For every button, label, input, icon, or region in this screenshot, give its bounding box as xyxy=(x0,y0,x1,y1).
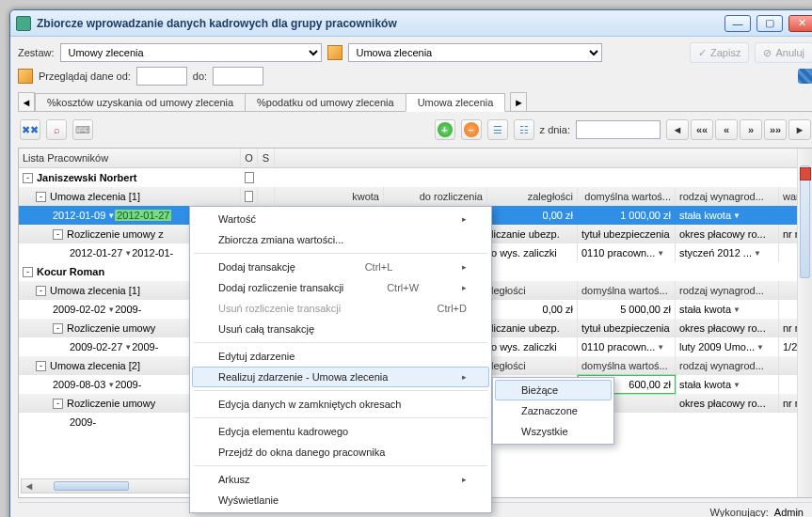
to-date-input[interactable] xyxy=(213,67,263,86)
edit-set-icon[interactable] xyxy=(327,45,342,60)
window-title: Zbiorcze wprowadzanie danych kadrowych d… xyxy=(37,17,719,30)
plus-icon: + xyxy=(438,122,453,137)
menu-zbiorcza[interactable]: Zbiorcza zmiana wartości... xyxy=(192,229,489,250)
menu-divider xyxy=(194,465,487,466)
tree-toggle[interactable]: - xyxy=(53,399,63,409)
context-menu: Wartość▸ Zbiorcza zmiana wartości... Dod… xyxy=(189,206,492,513)
pencil-icon[interactable] xyxy=(18,69,33,84)
cancel-button[interactable]: ⊘ Anuluj xyxy=(755,42,812,63)
close-icon: ✕ xyxy=(798,17,806,29)
tree-toggle[interactable]: - xyxy=(36,286,46,296)
app-window: Zbiorcze wprowadzanie danych kadrowych d… xyxy=(9,9,812,517)
contract-select[interactable]: Umowa zlecenia xyxy=(348,43,602,62)
minimize-icon: — xyxy=(733,18,743,29)
executor-label: Wykonujący: xyxy=(710,507,769,517)
col-tree[interactable]: Lista Pracowników xyxy=(19,149,241,167)
menu-divider xyxy=(194,390,487,391)
checkbox[interactable] xyxy=(245,172,254,183)
app-icon xyxy=(16,16,31,31)
vertical-scrollbar[interactable] xyxy=(797,149,812,497)
browse-from-label: Przeglądaj dane od: xyxy=(39,70,131,82)
save-button[interactable]: ✓ Zapisz xyxy=(690,42,749,63)
submenu-arrow-icon: ▸ xyxy=(462,475,467,484)
tab-podatku[interactable]: %podatku od umowy zlecenia xyxy=(245,93,406,111)
menu-arkusz[interactable]: Arkusz▸ xyxy=(192,469,489,490)
zoom-button[interactable]: ⌕ xyxy=(46,119,67,140)
dataset-bar: Zestaw: Umowy zlecenia Umowa zlecenia ✓ … xyxy=(18,42,812,63)
menu-wyswietlanie[interactable]: Wyświetlanie xyxy=(192,490,489,510)
grid-toolbar: ✖✖ ⌕ ⌨ + – ☰ ☷ z dnia: ◄ «« « » »» ► xyxy=(18,116,812,144)
menu-realizuj-zdarzenie[interactable]: Realizuj zdarzenie - Umowa zlecenia▸ xyxy=(192,367,489,387)
nav-last[interactable]: ► xyxy=(788,119,811,140)
tab-scroll-left[interactable]: ◄ xyxy=(18,92,35,111)
nav-next[interactable]: » xyxy=(740,119,762,140)
tab-umowa[interactable]: Umowa zlecenia xyxy=(406,93,506,112)
tree-toggle[interactable]: - xyxy=(53,229,63,240)
table-row[interactable]: -Janiszewski Norbert xyxy=(19,168,812,187)
nav-first[interactable]: ◄ xyxy=(666,119,689,140)
col-o[interactable]: O xyxy=(241,149,258,167)
menu-dodaj-transakcje[interactable]: Dodaj transakcjęCtrl+L▸ xyxy=(192,257,489,277)
submenu-arrow-icon: ▸ xyxy=(462,372,467,382)
scroll-thumb[interactable] xyxy=(54,481,129,491)
tools-button[interactable]: ✖✖ xyxy=(20,119,40,140)
menu-divider xyxy=(194,253,487,254)
left-icon: ◄ xyxy=(22,97,32,108)
tree-toggle[interactable]: - xyxy=(53,323,63,334)
tree-toggle[interactable]: - xyxy=(23,267,33,277)
menu-usun-cala[interactable]: Usuń całą transakcję xyxy=(192,319,489,339)
menu-edycja-zamkniete[interactable]: Edycja danych w zamkniętych okresach xyxy=(192,394,489,415)
grid-marker-icon xyxy=(800,167,811,180)
submenu-arrow-icon: ▸ xyxy=(462,283,467,292)
minimize-button[interactable]: — xyxy=(724,15,751,32)
refresh-icon[interactable] xyxy=(798,69,812,84)
date-nav-group: ◄ «« « » »» ► xyxy=(666,119,811,140)
cancel-label: Anuluj xyxy=(775,47,804,58)
table-row[interactable]: -Umowa zlecenia [1] kwota do rozliczenia… xyxy=(19,187,812,206)
tree-toggle[interactable]: - xyxy=(36,361,46,371)
from-date-input[interactable] xyxy=(136,67,187,86)
col-s[interactable]: S xyxy=(258,149,275,167)
menu-edycja-kadrowego[interactable]: Edycja elementu kadrowego xyxy=(192,421,489,442)
tab-scroll-right[interactable]: ► xyxy=(510,92,527,111)
tree-toggle[interactable]: - xyxy=(36,192,46,202)
from-date-grid-input[interactable] xyxy=(576,120,661,139)
checkbox[interactable] xyxy=(245,191,253,202)
nav-forward[interactable]: »» xyxy=(764,119,787,140)
to-label: do: xyxy=(193,70,207,82)
menu-wartosc[interactable]: Wartość▸ xyxy=(192,209,489,229)
remove-row-button[interactable]: – xyxy=(461,119,482,140)
grid-header: Lista Pracowników O S xyxy=(19,149,812,168)
context-submenu: Bieżące Zaznaczone Wszystkie xyxy=(492,377,614,445)
tree-toggle[interactable]: - xyxy=(23,173,33,183)
menu-divider xyxy=(194,342,487,343)
browse-bar: Przeglądaj dane od: do: xyxy=(18,67,812,86)
submenu-biezace[interactable]: Bieżące xyxy=(495,380,612,400)
set-label: Zestaw: xyxy=(18,47,55,58)
employee-name: Janiszewski Norbert xyxy=(37,172,136,183)
add-row-button[interactable]: + xyxy=(435,119,455,140)
menu-edytuj-zdarzenie[interactable]: Edytuj zdarzenie xyxy=(192,346,489,367)
nav-rewind[interactable]: «« xyxy=(691,119,713,140)
cancel-icon: ⊘ xyxy=(763,47,772,59)
list2-button[interactable]: ☷ xyxy=(514,119,534,140)
titlebar: Zbiorcze wprowadzanie danych kadrowych d… xyxy=(10,10,812,37)
tab-koszty[interactable]: %kosztów uzyskania od umowy zlecenia xyxy=(35,93,246,111)
menu-usun-rozliczenie: Usuń rozliczenie transakcjiCtrl+D xyxy=(192,298,489,319)
submenu-wszystkie[interactable]: Wszystkie xyxy=(495,421,612,442)
list1-button[interactable]: ☰ xyxy=(487,119,508,140)
keyboard-button[interactable]: ⌨ xyxy=(72,119,93,140)
maximize-button[interactable]: ▢ xyxy=(756,15,783,32)
minus-icon: – xyxy=(464,122,479,137)
set-select[interactable]: Umowy zlecenia xyxy=(60,43,322,62)
menu-dodaj-rozliczenie[interactable]: Dodaj rozliczenie transakcjiCtrl+W▸ xyxy=(192,277,489,298)
close-button[interactable]: ✕ xyxy=(788,15,812,32)
menu-przejdz-okno[interactable]: Przejdź do okna danego pracownika xyxy=(192,442,489,462)
check-icon: ✓ xyxy=(698,47,707,59)
submenu-arrow-icon: ▸ xyxy=(462,214,467,224)
scroll-left-icon: ◄ xyxy=(22,480,37,492)
from-date-grid-label: z dnia: xyxy=(540,124,570,135)
nav-prev[interactable]: « xyxy=(715,119,738,140)
menu-divider xyxy=(194,417,487,418)
submenu-zaznaczone[interactable]: Zaznaczone xyxy=(495,400,612,421)
